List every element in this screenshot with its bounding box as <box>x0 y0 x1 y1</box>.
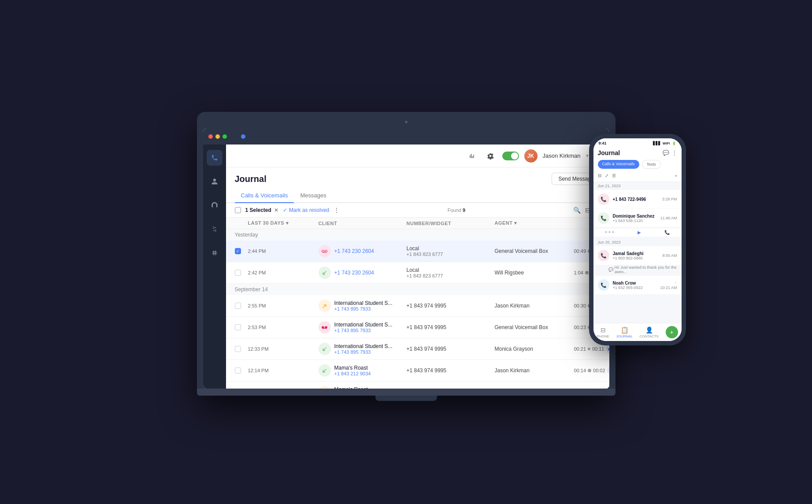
phone-fab-button[interactable]: + <box>666 326 678 338</box>
stats-icon[interactable] <box>465 149 478 163</box>
phone-chat-icon[interactable]: 💬 <box>663 150 669 156</box>
mark-resolved-button[interactable]: ✓ Mark as resolved <box>283 207 329 213</box>
client-name: International Student S... <box>334 343 393 349</box>
sidebar-icon-phone[interactable] <box>207 150 222 166</box>
phone-call-btn[interactable]: 📞 <box>664 230 670 235</box>
client-name: +1 743 230 2604 <box>334 270 374 276</box>
row-checkbox[interactable] <box>235 324 241 330</box>
status-toggle[interactable] <box>502 152 519 160</box>
deselect-button[interactable]: ✕ <box>274 207 278 213</box>
agent-name: Monica Grayson <box>495 346 574 352</box>
duration2: 00:02 <box>593 368 605 373</box>
wifi-icon: WiFi <box>663 141 670 145</box>
client-info: +1 743 230 2604 <box>319 245 407 257</box>
outgoing-call-icon <box>319 300 331 312</box>
date-group-sep14: September 14 <box>226 284 609 295</box>
sidebar-icon-transfer[interactable] <box>207 221 222 237</box>
duration1: 00:21 <box>574 346 586 352</box>
selected-count: 1 Selected <box>245 207 271 213</box>
svg-point-1 <box>585 271 589 274</box>
tab-calls-voicemails[interactable]: Calls & Voicemails <box>235 189 294 203</box>
phone-nav-phone-icon: ⊟ <box>601 326 606 334</box>
client-name: International Student S... <box>334 322 393 328</box>
selected-badge: 1 Selected ✕ <box>245 207 278 213</box>
phone-filter-expand-icon[interactable]: ⤢ <box>605 173 608 178</box>
row-checkbox[interactable]: ✓ <box>235 248 241 254</box>
number-detail: +1 843 823 6777 <box>407 273 495 278</box>
phone-filter-icons: ⊟ ⤢ ☰ <box>598 173 616 178</box>
settings-icon[interactable] <box>484 149 497 163</box>
dot-3: ● <box>612 230 614 235</box>
number-widget: +1 843 974 9995 <box>407 367 495 374</box>
tab-messages[interactable]: Messages <box>294 189 332 203</box>
phone-tab-texts[interactable]: Texts <box>642 160 661 169</box>
phone-call-item[interactable]: 📞 +1 843 722-9496 3:28 PM <box>593 190 682 208</box>
client-number: +1 743 895 7933 <box>334 328 393 333</box>
client-info: International Student S... +1 743 895 79… <box>319 343 407 355</box>
phone-call-item[interactable]: 📞 Noah Crow +1 832 955-0922 ✓ 10:21 AM <box>593 276 682 294</box>
phone-tab-calls[interactable]: Calls & Voicemails <box>598 160 639 169</box>
client-info: International Student S... +1 743 895 79… <box>319 321 407 334</box>
phone-nav-contacts-icon: 👤 <box>645 326 653 334</box>
phone-call-item[interactable]: 📞 Jamal Sadeghi +1 803 802-5885 8:55 AM <box>593 246 682 265</box>
col-client[interactable]: CLIENT <box>319 220 407 226</box>
agent-name: General Voicemail Box <box>495 248 574 254</box>
phone-nav-journal[interactable]: 📋 JOURNAL <box>616 326 632 338</box>
phone-call-name: Jamal Sadeghi <box>613 251 659 256</box>
incoming-call-icon <box>319 343 331 355</box>
table-row: ✓ 2:44 PM +1 743 230 2604 <box>226 241 609 262</box>
sidebar-icon-contacts[interactable] <box>207 174 222 189</box>
phone-check-icon: ✓ <box>674 281 677 285</box>
phone-voicemail-icon: 📞 <box>598 250 609 261</box>
phone-filter-bar: ⊟ ⤢ ☰ ● <box>593 171 682 182</box>
duration1: 00:14 <box>574 368 586 373</box>
phone-call-number: +1 832 955-0922 <box>613 285 657 290</box>
phone-call-item[interactable]: 📞 Dominique Sanchez +1 843 538-1120 11:4… <box>593 209 682 227</box>
phone-nav-phone[interactable]: ⊟ PHONE <box>597 326 609 338</box>
play-button[interactable]: ▶ <box>606 345 609 353</box>
phone-date-label-2: Jun 20, 2023 <box>593 238 682 246</box>
col-checkbox <box>235 220 248 226</box>
phone-filter-grid-icon[interactable]: ⊟ <box>598 173 601 178</box>
number-widget: +1 843 974 9995 <box>407 346 495 352</box>
phone-incoming-icon: 📞 <box>598 212 609 224</box>
number-widget: Local +1 843 823 6777 <box>407 245 495 257</box>
client-name: International Student S... <box>334 300 393 306</box>
client-name: +1 743 230 2604 <box>334 248 374 254</box>
phone-call-name: Dominique Sanchez <box>613 214 657 219</box>
sidebar <box>203 145 226 389</box>
phone-filter-lines-icon[interactable]: ☰ <box>612 173 616 178</box>
phone-call-time: 3:28 PM <box>662 197 677 201</box>
sidebar-icon-hash[interactable] <box>207 245 222 261</box>
play-button[interactable]: ▶ <box>607 366 609 375</box>
note-bubble-icon: 💬 <box>608 267 613 272</box>
client-name: Mama's Roast <box>334 386 371 389</box>
duration-cell: 8:03 8:00 ▶ <box>574 388 609 389</box>
phone-play-btn[interactable]: ▶ <box>638 230 641 235</box>
phone-nav-contacts[interactable]: 👤 CONTACTS <box>640 326 659 338</box>
phone-filter-dot: ● <box>675 174 677 177</box>
sidebar-icon-headset[interactable] <box>207 197 222 213</box>
row-checkbox[interactable] <box>235 346 241 352</box>
col-date[interactable]: LAST 30 DAYS ▾ <box>248 220 319 226</box>
phone-more-icon[interactable]: ⋮ <box>672 150 677 156</box>
phone-mockup: 9:41 ▋▋▋ WiFi 🔋 Journal 💬 ⋮ Calls & Voic… <box>589 134 686 345</box>
col-agent[interactable]: AGENT ▾ <box>495 220 574 226</box>
phone-date-label-1: Jun 21, 2023 <box>593 182 682 190</box>
phone-call-name: Noah Crow <box>613 281 657 285</box>
search-icon[interactable]: 🔍 <box>573 207 581 214</box>
number-widget: +1 843 974 9995 <box>407 324 495 330</box>
phone-call-number: +1 843 538-1120 <box>613 219 657 223</box>
select-all-checkbox[interactable] <box>235 207 241 213</box>
row-checkbox[interactable] <box>235 367 241 374</box>
row-checkbox[interactable] <box>235 270 241 276</box>
user-chevron[interactable]: ▾ <box>586 153 589 159</box>
voicemail-icon <box>319 321 331 334</box>
row-checkbox[interactable] <box>235 303 241 309</box>
phone-statusbar: 9:41 ▋▋▋ WiFi 🔋 <box>593 138 682 147</box>
phone-note-text: 💬 Hi! Just wanted to thank you for the a… <box>593 265 682 276</box>
phone-time: 9:41 <box>599 141 607 145</box>
phone-screen: 9:41 ▋▋▋ WiFi 🔋 Journal 💬 ⋮ Calls & Voic… <box>593 138 682 341</box>
phone-status-icons: ▋▋▋ WiFi 🔋 <box>653 141 676 145</box>
more-options-button[interactable]: ⋮ <box>334 207 340 214</box>
